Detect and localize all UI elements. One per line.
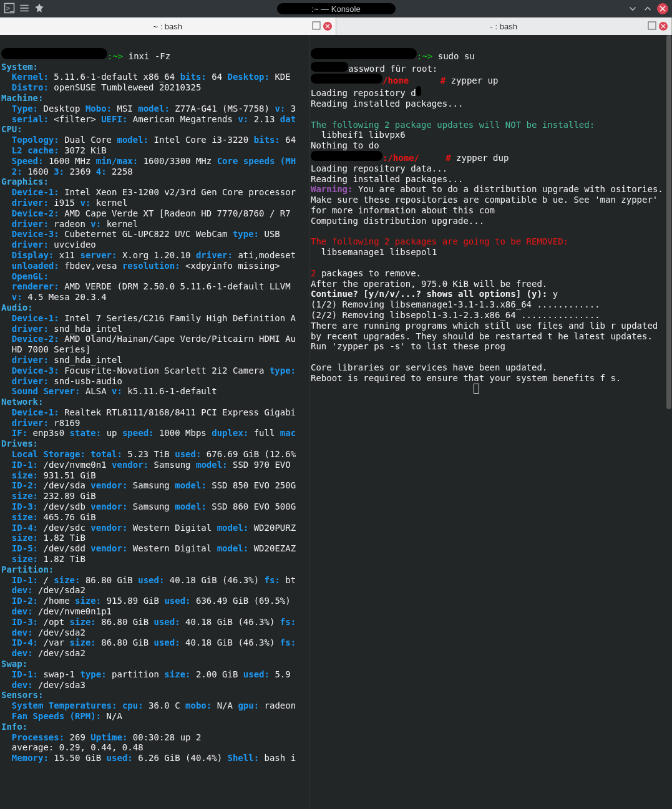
value: 2369 <box>70 167 91 177</box>
label: used: <box>154 617 180 627</box>
label: used: <box>154 637 180 647</box>
label: Device-1: <box>12 187 59 197</box>
label: ID-2: <box>12 596 38 606</box>
user-input: y <box>553 289 558 299</box>
label: v: <box>112 386 122 396</box>
tab-label: ~ : bash <box>153 22 182 31</box>
value: 40.18 GiB (46.3%) <box>170 575 259 585</box>
label: dev: <box>12 680 33 690</box>
label: size: <box>164 669 190 679</box>
value: snd_hda_intel <box>54 324 122 334</box>
value: ati,modeset <box>238 250 296 260</box>
label: UEFI: <box>101 114 127 124</box>
label: gpu: <box>238 700 259 710</box>
label: driver: <box>196 250 233 260</box>
label: driver: <box>12 418 49 428</box>
section-sensors: Sensors: <box>1 690 43 700</box>
label: speed: <box>122 428 154 438</box>
expand-icon[interactable] <box>312 21 321 32</box>
value: WD20EZAZ <box>254 543 296 553</box>
value: 4.5 Mesa 20.3.4 <box>27 292 106 302</box>
label: Device-2: <box>12 208 59 218</box>
value: /dev/sda2 <box>38 648 85 658</box>
value: 40.18 GiB (46.3%) <box>185 617 275 627</box>
label: driver: <box>12 376 49 386</box>
terminal-cursor <box>474 384 479 394</box>
prompt-hash: # <box>441 75 446 85</box>
value: 232.89 GiB <box>43 491 95 501</box>
output: assword für root: <box>348 64 437 74</box>
value: 269 <box>70 732 85 742</box>
label: ID-2: <box>12 480 38 490</box>
value: bt <box>285 575 296 585</box>
value: 5.11.6-1-default x86_64 <box>54 72 175 82</box>
value: radeon <box>54 219 85 229</box>
label: model: <box>175 501 207 511</box>
output: There are running programs which still u… <box>311 321 663 352</box>
value: 86.80 GiB <box>101 637 149 647</box>
label: driver: <box>12 198 49 208</box>
label: Device-1: <box>12 313 59 323</box>
label: Sound Server: <box>12 386 80 396</box>
value: 636.49 GiB (69.5%) <box>196 596 291 606</box>
label: Device-3: <box>12 229 59 239</box>
label: v: <box>275 104 285 114</box>
tab-close-icon[interactable] <box>659 22 668 31</box>
label: v: <box>90 219 101 229</box>
label: ID-3: <box>12 501 38 511</box>
terminal-pane-right[interactable]: :~> sudo su assword für root: /home # zy… <box>309 35 672 809</box>
value: Focusrite-Novation Scarlett 2i2 Camera <box>64 366 264 375</box>
terminal-pane-left[interactable]: :~> inxi -Fz System: Kernel: 5.11.6-1-de… <box>0 35 309 809</box>
value: Samsung <box>154 460 191 470</box>
label: dev: <box>12 585 33 595</box>
label: ID-1: <box>12 575 38 585</box>
scrollbar[interactable] <box>666 35 672 809</box>
output: Core libraries or services have been upd… <box>311 362 547 372</box>
value: 36.0 C <box>149 700 180 710</box>
value: 2.13 <box>254 114 275 124</box>
label: ID-4: <box>12 523 38 533</box>
value: 64 <box>285 135 296 145</box>
expand-icon[interactable] <box>648 21 656 32</box>
output: The following 2 package updates will NOT… <box>311 120 595 130</box>
label: ID-1: <box>12 460 38 470</box>
label: Kernel: <box>12 72 49 82</box>
label: mac <box>280 428 296 438</box>
value: KDE <box>275 72 290 82</box>
value: openSUSE Tumbleweed 20210325 <box>54 82 201 92</box>
section-drives: Drives: <box>1 438 38 448</box>
value: Desktop <box>43 104 80 114</box>
label: 2: <box>12 167 22 177</box>
prompt-continue: Continue? [y/n/v/...? shows all options]… <box>311 289 547 299</box>
value: r8169 <box>54 418 80 428</box>
output: Reboot is required to ensure that your s… <box>311 373 621 383</box>
value: 6.26 GiB (40.4%) <box>138 753 222 763</box>
label: OpenGL: <box>12 271 49 281</box>
label: v: <box>12 292 22 302</box>
tab-close-icon[interactable] <box>323 22 332 31</box>
label: Device-1: <box>12 407 59 417</box>
command: sudo su <box>438 51 475 61</box>
value: 3 <box>291 104 296 114</box>
output: You are about to do a distribution upgra… <box>311 184 668 215</box>
scrollbar-thumb[interactable] <box>666 35 671 409</box>
section-partition: Partition: <box>1 564 54 574</box>
label: L2 cache: <box>12 145 59 155</box>
value: / <box>43 575 48 585</box>
label: vendor: <box>90 523 127 533</box>
tab-2[interactable]: - : bash <box>336 17 673 35</box>
label: ID-5: <box>12 543 38 553</box>
tab-1[interactable]: ~ : bash <box>0 17 336 35</box>
value: HD 7000 Series] <box>12 344 90 354</box>
value: N/A <box>217 700 233 710</box>
value: Western Digital <box>133 543 212 553</box>
warning-label: Warning: <box>311 184 353 194</box>
value: bash i <box>265 753 296 763</box>
value: 5.9 <box>275 669 290 679</box>
value: enp3s0 <box>33 428 65 438</box>
tab-label: - : bash <box>490 22 517 31</box>
value: /dev/sda2 <box>38 585 85 595</box>
label: size: <box>12 512 38 522</box>
section-swap: Swap: <box>1 659 27 669</box>
value: Dual Core <box>64 135 112 145</box>
